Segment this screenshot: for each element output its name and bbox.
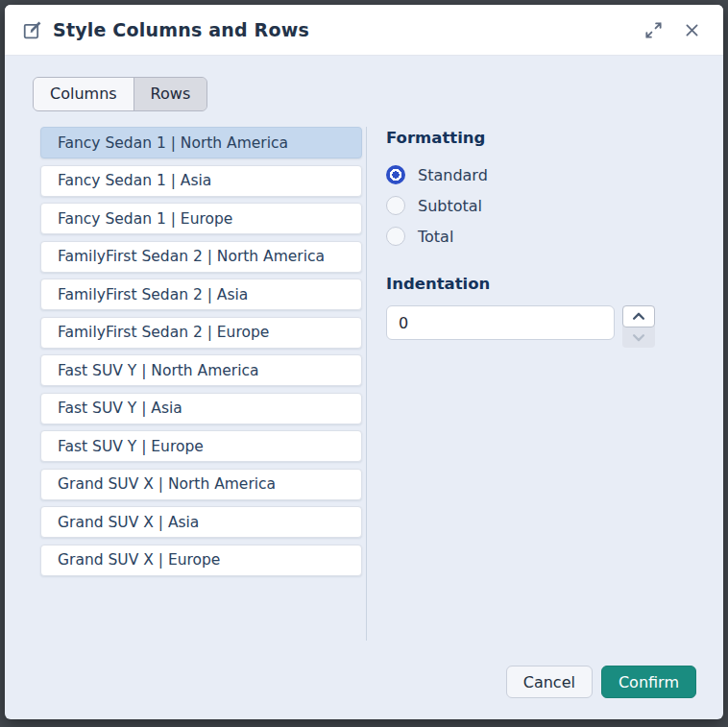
list-item[interactable]: Fast SUV Y | Europe: [40, 430, 362, 462]
radio-option-total[interactable]: Total: [386, 221, 696, 252]
item-list-column: Fancy Sedan 1 | North AmericaFancy Sedan…: [32, 127, 362, 582]
columns-rows-tabbar: ColumnsRows: [33, 77, 207, 111]
edit-icon: [22, 20, 42, 40]
dialog-body: ColumnsRows Fancy Sedan 1 | North Americ…: [5, 56, 723, 719]
formatting-radio-group: Standard Subtotal Total: [386, 159, 696, 252]
indentation-heading: Indentation: [386, 275, 696, 293]
list-item[interactable]: Grand SUV X | Asia: [40, 506, 362, 538]
list-item[interactable]: FamilyFirst Sedan 2 | Asia: [40, 279, 362, 310]
style-item-list: Fancy Sedan 1 | North AmericaFancy Sedan…: [40, 127, 362, 576]
settings-panel: Formatting Standard Subtotal Total Inden…: [367, 127, 696, 348]
confirm-button[interactable]: Confirm: [601, 666, 696, 698]
list-item[interactable]: Grand SUV X | Europe: [40, 545, 362, 576]
radio-icon: [386, 165, 405, 184]
list-item[interactable]: Fancy Sedan 1 | Europe: [40, 203, 362, 234]
dialog-footer: Cancel Confirm: [506, 666, 696, 698]
indentation-input[interactable]: [386, 305, 615, 340]
expand-icon[interactable]: [641, 17, 667, 43]
list-item[interactable]: Fancy Sedan 1 | North America: [40, 127, 362, 158]
style-columns-rows-dialog: Style Columns and Rows ColumnsRows Fancy…: [5, 5, 723, 719]
radio-option-standard[interactable]: Standard: [386, 159, 696, 190]
formatting-heading: Formatting: [386, 129, 696, 147]
radio-option-subtotal[interactable]: Subtotal: [386, 190, 696, 221]
dialog-title: Style Columns and Rows: [53, 19, 627, 40]
list-item[interactable]: Fast SUV Y | Asia: [40, 393, 362, 424]
cancel-button[interactable]: Cancel: [506, 666, 593, 698]
list-item[interactable]: FamilyFirst Sedan 2 | North America: [40, 241, 362, 273]
dialog-header: Style Columns and Rows: [5, 5, 723, 56]
indentation-stepper: [622, 305, 655, 348]
radio-icon: [386, 196, 405, 215]
close-icon[interactable]: [680, 18, 704, 42]
list-item[interactable]: FamilyFirst Sedan 2 | Europe: [40, 317, 362, 349]
chevron-down-icon[interactable]: [622, 327, 655, 348]
tab-columns[interactable]: Columns: [34, 78, 133, 110]
dialog-content: Fancy Sedan 1 | North AmericaFancy Sedan…: [32, 127, 696, 641]
list-item[interactable]: Grand SUV X | North America: [40, 469, 362, 500]
radio-icon: [386, 227, 405, 246]
list-item[interactable]: Fast SUV Y | North America: [40, 354, 362, 386]
tab-rows[interactable]: Rows: [133, 78, 207, 110]
list-item[interactable]: Fancy Sedan 1 | Asia: [40, 165, 362, 197]
indentation-row: [386, 305, 696, 348]
chevron-up-icon[interactable]: [622, 305, 655, 327]
